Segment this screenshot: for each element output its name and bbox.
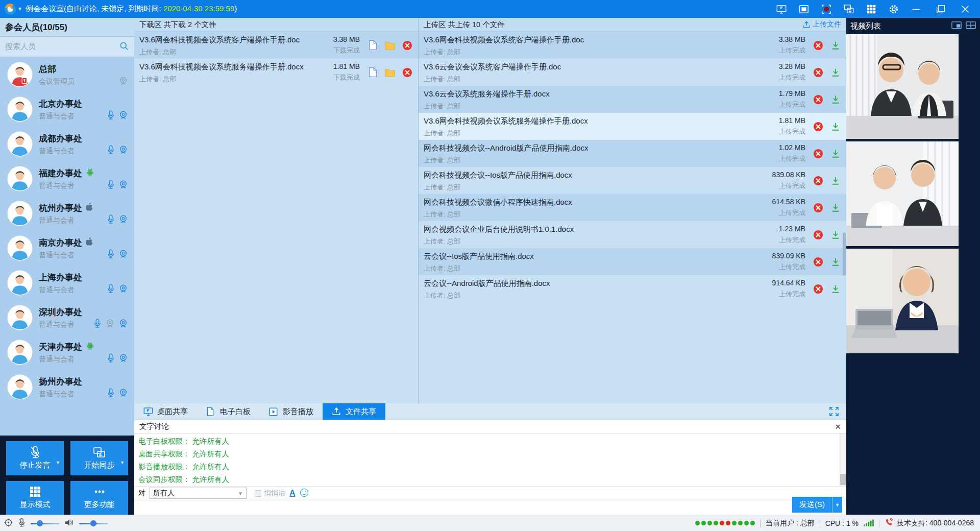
file-row[interactable]: 网会科技视频会议微信小程序快速指南.docx上传者: 总部614.58 KB上传… xyxy=(419,194,846,221)
font-style-icon[interactable]: A xyxy=(289,489,296,498)
whisper-checkbox[interactable] xyxy=(255,490,261,497)
search-icon[interactable] xyxy=(119,41,129,53)
minimize-button[interactable] xyxy=(911,4,922,15)
tab-media-play[interactable]: 影音播放 xyxy=(260,403,323,420)
search-input[interactable]: 搜索人员 xyxy=(5,42,119,52)
download-file-icon[interactable] xyxy=(830,283,841,295)
title-menu-chevron-icon[interactable]: ▼ xyxy=(17,6,22,12)
webcam-gray-icon[interactable] xyxy=(105,319,115,330)
file-row[interactable]: V3.6网会科技视频会议系统服务端操作手册.docx上传者: 总部1.81 MB… xyxy=(419,113,846,140)
chevron-down-icon[interactable]: ▼ xyxy=(120,460,125,465)
delete-file-icon[interactable] xyxy=(813,40,824,51)
webcam-icon[interactable] xyxy=(118,388,128,400)
mic-icon[interactable] xyxy=(107,144,115,157)
maximize-button[interactable] xyxy=(935,4,946,15)
open-file-icon[interactable] xyxy=(367,67,378,78)
webcam-icon[interactable] xyxy=(118,145,128,157)
delete-file-icon[interactable] xyxy=(813,121,824,132)
mic-icon[interactable] xyxy=(107,214,115,227)
file-row[interactable]: 云会议--Ios版产品使用指南.docx上传者: 总部839.09 KB上传完成 xyxy=(419,248,846,275)
participant-row[interactable]: 深圳办事处普通与会者 xyxy=(0,300,134,335)
delete-file-icon[interactable] xyxy=(813,148,824,159)
mic-icon[interactable] xyxy=(107,249,115,261)
settings-gear-icon[interactable] xyxy=(888,4,899,15)
file-row[interactable]: V3.6网会科技视频会议系统客户端操作手册.doc上传者: 总部3.38 MB下… xyxy=(134,32,418,59)
download-file-icon[interactable] xyxy=(830,40,841,51)
download-file-icon[interactable] xyxy=(830,148,841,159)
video-popout-icon[interactable] xyxy=(951,21,962,31)
participant-row[interactable]: 北京办事处普通与会者 xyxy=(0,92,134,127)
tab-whiteboard[interactable]: 电子白板 xyxy=(197,403,260,420)
delete-file-icon[interactable] xyxy=(813,67,824,78)
video-layout-icon[interactable] xyxy=(966,21,976,31)
search-box[interactable]: 搜索人员 xyxy=(0,37,134,57)
mic-volume-knob[interactable] xyxy=(37,520,43,526)
file-row[interactable]: V3.6网会科技视频会议系统客户端操作手册.doc上传者: 总部3.38 MB上… xyxy=(419,32,846,59)
webcam-icon[interactable] xyxy=(118,353,128,365)
delete-file-icon[interactable] xyxy=(813,229,824,240)
participant-row[interactable]: 南京办事处普通与会者 xyxy=(0,231,134,266)
tab-desktop-share[interactable]: 桌面共享 xyxy=(134,403,197,420)
participant-row[interactable]: 上海办事处普通与会者 xyxy=(0,266,134,300)
mic-volume-slider[interactable] xyxy=(31,520,59,526)
delete-file-icon[interactable] xyxy=(813,256,824,268)
webcam-icon[interactable] xyxy=(118,214,128,226)
webcam-icon[interactable] xyxy=(118,319,128,330)
open-file-icon[interactable] xyxy=(367,40,378,51)
participant-row[interactable]: 天津办事处普通与会者 xyxy=(0,335,134,370)
mic-icon[interactable] xyxy=(107,283,115,296)
file-row[interactable]: V3.6云会议会议系统客户端操作手册.doc上传者: 总部3.28 MB上传完成 xyxy=(419,59,846,86)
participant-row[interactable]: 福建办事处普通与会者 xyxy=(0,161,134,196)
control-button-more-dots[interactable]: 更多功能 xyxy=(70,481,128,515)
chat-scrollbar[interactable] xyxy=(840,433,846,486)
file-row[interactable]: 云会议--Android版产品使用指南.docx上传者: 总部914.64 KB… xyxy=(419,275,846,302)
mic-icon[interactable] xyxy=(107,110,115,123)
mic-icon[interactable] xyxy=(107,353,115,366)
record-target-icon[interactable] xyxy=(4,518,13,528)
expand-fullscreen-icon[interactable] xyxy=(829,406,839,417)
file-row[interactable]: 网会科技视频会议--Ios版产品使用指南.docx上传者: 总部839.08 K… xyxy=(419,167,846,194)
screen-share-icon[interactable] xyxy=(776,4,787,15)
upload-file-button[interactable]: 上传文件 xyxy=(802,20,841,29)
delete-file-icon[interactable] xyxy=(402,67,413,78)
download-file-icon[interactable] xyxy=(830,94,841,105)
close-button[interactable] xyxy=(960,4,971,15)
speaker-volume-slider[interactable] xyxy=(79,520,108,526)
control-button-sync-screens[interactable]: 开始同步▼ xyxy=(70,441,128,475)
download-file-icon[interactable] xyxy=(830,256,841,268)
file-row[interactable]: 网会视频会议企业后台使用说明书1.0.1.docx上传者: 总部1.23 MB上… xyxy=(419,221,846,248)
chat-scrollbar-thumb[interactable] xyxy=(840,474,846,485)
participant-row[interactable]: 成都办事处普通与会者 xyxy=(0,127,134,161)
open-folder-icon[interactable] xyxy=(384,40,396,51)
delete-file-icon[interactable] xyxy=(813,175,824,186)
speaker-volume-knob[interactable] xyxy=(90,520,96,526)
chevron-down-icon[interactable]: ▼ xyxy=(56,460,60,465)
download-file-icon[interactable] xyxy=(830,121,841,132)
webcam-icon[interactable] xyxy=(118,284,128,296)
tab-file-share[interactable]: 文件共享 xyxy=(323,403,385,420)
file-row[interactable]: V3.6云会议系统服务端操作手册.docx上传者: 总部1.79 MB上传完成 xyxy=(419,86,846,113)
speaker-icon[interactable] xyxy=(64,518,74,528)
upload-list-scrollbar[interactable] xyxy=(843,232,846,276)
send-button[interactable]: 发送(S) ▼ xyxy=(792,497,842,513)
download-file-icon[interactable] xyxy=(830,67,841,78)
download-file-icon[interactable] xyxy=(830,202,841,213)
control-button-mic-off[interactable]: 停止发言▼ xyxy=(6,441,64,475)
video-thumbnail-1[interactable] xyxy=(846,34,959,139)
file-row[interactable]: 网会科技视频会议--Android版产品使用指南.docx上传者: 总部1.02… xyxy=(419,140,846,167)
mic-icon[interactable] xyxy=(107,179,115,192)
download-file-icon[interactable] xyxy=(830,229,841,240)
delete-file-icon[interactable] xyxy=(813,202,824,213)
participant-row[interactable]: 扬州办事处普通与会者 xyxy=(0,370,134,404)
send-options-chevron-icon[interactable]: ▼ xyxy=(832,497,842,513)
record-icon[interactable] xyxy=(821,4,832,15)
delete-file-icon[interactable] xyxy=(813,283,824,295)
video-thumbnail-3[interactable] xyxy=(846,249,959,353)
video-thumbnail-2[interactable] xyxy=(846,141,959,246)
mic-icon[interactable] xyxy=(107,388,115,400)
chat-close-icon[interactable]: ✕ xyxy=(835,423,841,430)
open-folder-icon[interactable] xyxy=(384,67,396,78)
emoji-icon[interactable] xyxy=(300,488,309,499)
download-file-icon[interactable] xyxy=(830,175,841,186)
delete-file-icon[interactable] xyxy=(813,94,824,105)
